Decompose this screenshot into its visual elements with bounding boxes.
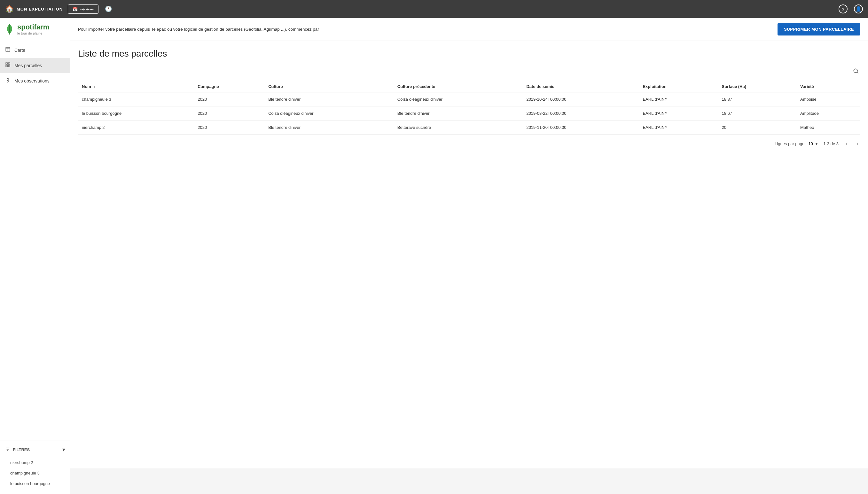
cell-surface: 18.87 — [718, 92, 796, 107]
table-row[interactable]: champigneule 3 2020 Blé tendre d'hiver C… — [78, 92, 860, 107]
top-navigation: 🏠 MON EXPLOITATION 📅 --/--/---- 🕐 ? 👤 — [0, 0, 868, 18]
farm-icon: 🏠 — [5, 5, 14, 13]
col-nom[interactable]: Nom ↑ — [78, 81, 194, 92]
col-culture: Culture — [264, 81, 393, 92]
cell-nom: champigneule 3 — [78, 92, 194, 107]
sidebar-item-mes-observations[interactable]: Mes observations — [0, 73, 70, 89]
cell-date-semis: 2019-08-22T00:00:00 — [522, 107, 639, 120]
svg-rect-3 — [6, 65, 7, 67]
user-account-button[interactable]: 👤 — [854, 4, 863, 14]
delete-parcellaire-button[interactable]: SUPPRIMER MON PARCELLAIRE — [777, 23, 860, 36]
cell-culture: Blé tendre d'hiver — [264, 120, 393, 135]
parcel-filter-item[interactable]: nierchamp 2 — [5, 457, 65, 468]
table-header: Nom ↑ Campagne Culture Culture précédent… — [78, 81, 860, 92]
pagination: Lignes par page 10 25 50 1-3 de 3 ‹ › — [78, 135, 860, 153]
cell-culture-precedente: Betterave sucrière — [393, 120, 523, 135]
svg-point-9 — [854, 69, 857, 73]
sidebar-item-carte[interactable]: Carte — [0, 42, 70, 58]
nav-items: Carte Mes parcelles Mes — [0, 40, 70, 441]
cell-surface: 20 — [718, 120, 796, 135]
grid-icon — [5, 62, 11, 69]
table-body: champigneule 3 2020 Blé tendre d'hiver C… — [78, 92, 860, 135]
map-icon — [5, 47, 11, 54]
cell-campagne: 2020 — [194, 120, 264, 135]
top-nav-right: ? 👤 — [838, 4, 863, 14]
cell-variete: Amboise — [796, 92, 860, 107]
leaf-icon — [5, 24, 14, 35]
col-campagne: Campagne — [194, 81, 264, 92]
svg-rect-4 — [8, 65, 10, 67]
app-title: 🏠 MON EXPLOITATION — [5, 5, 63, 13]
history-icon[interactable]: 🕐 — [105, 5, 112, 13]
pagination-range: 1-3 de 3 — [823, 141, 838, 146]
import-banner: Pour importer votre parcellaire depuis T… — [70, 18, 868, 41]
bottom-section — [70, 469, 868, 494]
col-variete: Variété — [796, 81, 860, 92]
cell-variete: Amplitude — [796, 107, 860, 120]
pin-icon — [5, 77, 11, 84]
rows-per-page-select-wrapper: 10 25 50 — [807, 141, 818, 147]
main-content: Pour importer votre parcellaire depuis T… — [70, 18, 868, 494]
cell-campagne: 2020 — [194, 107, 264, 120]
filters-icon — [5, 447, 10, 453]
filters-toggle[interactable]: FILTRES ▾ — [5, 444, 65, 455]
svg-rect-0 — [6, 47, 10, 52]
cell-exploitation: EARL d'AINY — [639, 120, 718, 135]
table-row[interactable]: le buisson bourgogne 2020 Colza oléagine… — [78, 107, 860, 120]
cell-culture: Blé tendre d'hiver — [264, 92, 393, 107]
table-section: Liste de mes parcelles Nom ↑ — [70, 41, 868, 463]
cell-culture-precedente: Colza oléagineux d'hiver — [393, 92, 523, 107]
cell-exploitation: EARL d'AINY — [639, 92, 718, 107]
cell-surface: 18.67 — [718, 107, 796, 120]
import-text: Pour importer votre parcellaire depuis T… — [78, 27, 319, 32]
date-picker-button[interactable]: 📅 --/--/---- — [68, 4, 98, 14]
svg-line-10 — [857, 72, 859, 74]
cell-nom: le buisson bourgogne — [78, 107, 194, 120]
parcels-table: Nom ↑ Campagne Culture Culture précédent… — [78, 81, 860, 135]
col-date-semis: Date de semis — [522, 81, 639, 92]
cell-campagne: 2020 — [194, 92, 264, 107]
brand-logo: spotifarm le tour de plaine — [0, 18, 70, 40]
filters-section: FILTRES ▾ nierchamp 2 champigneule 3 le … — [0, 441, 70, 494]
cell-culture-precedente: Blé tendre d'hiver — [393, 107, 523, 120]
previous-page-button[interactable]: ‹ — [844, 140, 849, 148]
parcel-filter-item[interactable]: champigneule 3 — [5, 468, 65, 478]
svg-rect-2 — [8, 63, 10, 64]
calendar-icon: 📅 — [73, 7, 78, 12]
next-page-button[interactable]: › — [854, 140, 860, 148]
table-toolbar — [78, 66, 860, 77]
sidebar: spotifarm le tour de plaine Carte — [0, 18, 70, 494]
cell-culture: Colza oléagineux d'hiver — [264, 107, 393, 120]
cell-date-semis: 2019-11-20T00:00:00 — [522, 120, 639, 135]
table-row[interactable]: nierchamp 2 2020 Blé tendre d'hiver Bett… — [78, 120, 860, 135]
cell-exploitation: EARL d'AINY — [639, 107, 718, 120]
parcel-filter-list: nierchamp 2 champigneule 3 le buisson bo… — [5, 455, 65, 491]
sidebar-item-mes-parcelles[interactable]: Mes parcelles — [0, 58, 70, 73]
col-exploitation: Exploitation — [639, 81, 718, 92]
cell-nom: nierchamp 2 — [78, 120, 194, 135]
col-surface: Surface (Ha) — [718, 81, 796, 92]
search-button[interactable] — [851, 66, 860, 77]
parcel-filter-item[interactable]: le buisson bourgogne — [5, 478, 65, 489]
cell-variete: Matheo — [796, 120, 860, 135]
cell-date-semis: 2019-10-24T00:00:00 — [522, 92, 639, 107]
main-layout: spotifarm le tour de plaine Carte — [0, 18, 868, 494]
rows-per-page-select[interactable]: 10 25 50 — [807, 141, 818, 147]
page-title: Liste de mes parcelles — [78, 49, 860, 59]
chevron-down-icon: ▾ — [62, 447, 65, 453]
rows-per-page: Lignes par page 10 25 50 — [775, 141, 818, 147]
col-culture-precedente: Culture précédente — [393, 81, 523, 92]
sort-arrow-icon: ↑ — [94, 84, 96, 89]
svg-rect-1 — [6, 63, 7, 64]
help-button[interactable]: ? — [838, 4, 848, 14]
